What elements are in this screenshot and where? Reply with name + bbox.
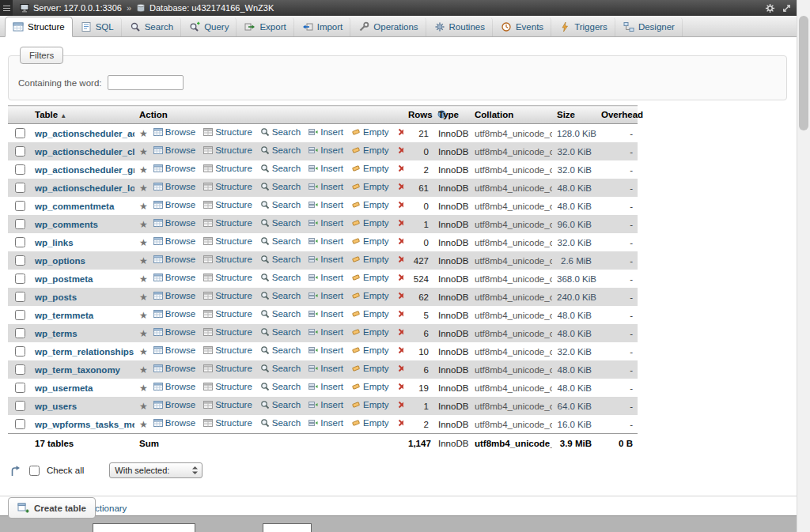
search-link[interactable]: Search [260, 236, 301, 246]
table-name-link[interactable]: wp_actionscheduler_groups [35, 165, 134, 175]
search-link[interactable]: Search [260, 218, 301, 228]
drop-link[interactable]: Drop [397, 127, 403, 137]
header-type[interactable]: Type [433, 106, 470, 124]
drop-link[interactable]: Drop [397, 345, 403, 355]
drop-link[interactable]: Drop [397, 145, 403, 155]
row-checkbox[interactable] [15, 128, 25, 138]
drop-link[interactable]: Drop [397, 218, 403, 228]
insert-link[interactable]: Insert [308, 218, 343, 228]
favorite-star-icon[interactable]: ★ [139, 219, 148, 230]
drop-link[interactable]: Drop [397, 255, 403, 264]
search-link[interactable]: Search [260, 382, 301, 391]
browse-link[interactable]: Browse [153, 291, 195, 300]
tab-import[interactable]: Import [294, 17, 351, 36]
insert-link[interactable]: Insert [308, 400, 343, 409]
structure-link[interactable]: Structure [203, 200, 252, 209]
favorite-star-icon[interactable]: ★ [139, 146, 148, 157]
drop-link[interactable]: Drop [397, 182, 403, 191]
browse-link[interactable]: Browse [153, 418, 195, 428]
drop-link[interactable]: Drop [397, 164, 403, 173]
row-checkbox[interactable] [15, 364, 25, 375]
empty-link[interactable]: Empty [351, 255, 389, 264]
drop-link[interactable]: Drop [397, 273, 403, 282]
browse-link[interactable]: Browse [153, 200, 195, 209]
table-name-link[interactable]: wp_termmeta [35, 311, 93, 320]
structure-link[interactable]: Structure [203, 273, 252, 282]
insert-link[interactable]: Insert [308, 145, 343, 155]
search-link[interactable]: Search [260, 255, 301, 264]
table-name-link[interactable]: wp_actionscheduler_actions [35, 129, 134, 138]
empty-link[interactable]: Empty [351, 400, 389, 409]
tab-search[interactable]: Search [122, 17, 181, 36]
header-collation[interactable]: Collation [470, 106, 552, 124]
insert-link[interactable]: Insert [308, 418, 343, 428]
empty-link[interactable]: Empty [351, 327, 389, 337]
browse-link[interactable]: Browse [153, 218, 195, 228]
row-checkbox[interactable] [15, 255, 25, 266]
search-link[interactable]: Search [260, 164, 301, 173]
favorite-star-icon[interactable]: ★ [139, 328, 148, 339]
insert-link[interactable]: Insert [308, 291, 343, 300]
search-link[interactable]: Search [260, 345, 301, 355]
search-link[interactable]: Search [260, 364, 301, 373]
empty-link[interactable]: Empty [351, 145, 389, 155]
empty-link[interactable]: Empty [351, 218, 389, 228]
empty-link[interactable]: Empty [351, 345, 389, 355]
structure-link[interactable]: Structure [203, 345, 252, 355]
table-name-link[interactable]: wp_actionscheduler_logs [35, 183, 134, 193]
settings-gear-icon[interactable] [765, 3, 775, 13]
row-checkbox[interactable] [15, 419, 25, 429]
tab-events[interactable]: Events [493, 17, 551, 36]
menu-icon[interactable] [0, 0, 13, 16]
row-checkbox[interactable] [15, 401, 25, 411]
structure-link[interactable]: Structure [203, 364, 252, 373]
favorite-star-icon[interactable]: ★ [139, 419, 148, 430]
favorite-star-icon[interactable]: ★ [139, 183, 148, 194]
favorite-star-icon[interactable]: ★ [139, 383, 148, 394]
tab-export[interactable]: Export [237, 17, 293, 36]
header-overhead[interactable]: Overhead [596, 106, 638, 124]
insert-link[interactable]: Insert [308, 364, 343, 373]
search-link[interactable]: Search [260, 182, 301, 191]
table-name-link[interactable]: wp_options [35, 256, 85, 266]
server-breadcrumb[interactable]: Server: 127.0.0.1:3306 [33, 3, 122, 13]
structure-link[interactable]: Structure [203, 236, 252, 246]
drop-link[interactable]: Drop [397, 400, 403, 409]
structure-link[interactable]: Structure [203, 182, 252, 191]
empty-link[interactable]: Empty [351, 382, 389, 391]
row-checkbox[interactable] [15, 237, 25, 247]
browse-link[interactable]: Browse [153, 145, 195, 155]
empty-link[interactable]: Empty [351, 182, 389, 191]
row-checkbox[interactable] [15, 146, 25, 157]
drop-link[interactable]: Drop [397, 236, 403, 246]
insert-link[interactable]: Insert [308, 345, 343, 355]
table-name-link[interactable]: wp_terms [35, 329, 78, 338]
row-checkbox[interactable] [15, 292, 25, 302]
insert-link[interactable]: Insert [308, 236, 343, 246]
tab-routines[interactable]: Routines [426, 17, 493, 36]
favorite-star-icon[interactable]: ★ [139, 255, 148, 266]
browse-link[interactable]: Browse [153, 273, 195, 282]
insert-link[interactable]: Insert [308, 255, 343, 264]
tab-query[interactable]: Query [181, 17, 237, 36]
browse-link[interactable]: Browse [153, 182, 195, 191]
favorite-star-icon[interactable]: ★ [139, 364, 148, 375]
browse-link[interactable]: Browse [153, 400, 195, 409]
table-name-link[interactable]: wp_posts [35, 292, 77, 302]
row-checkbox[interactable] [15, 274, 25, 284]
browse-link[interactable]: Browse [153, 309, 195, 319]
row-checkbox[interactable] [15, 164, 25, 175]
structure-link[interactable]: Structure [203, 127, 252, 137]
favorite-star-icon[interactable]: ★ [139, 237, 148, 248]
table-name-link[interactable]: wp_term_taxonomy [35, 365, 120, 375]
browse-link[interactable]: Browse [153, 327, 195, 337]
favorite-star-icon[interactable]: ★ [139, 346, 148, 357]
insert-link[interactable]: Insert [308, 382, 343, 391]
columns-count-input[interactable] [263, 523, 312, 532]
empty-link[interactable]: Empty [351, 418, 389, 428]
empty-link[interactable]: Empty [351, 291, 389, 300]
row-checkbox[interactable] [15, 328, 25, 338]
structure-link[interactable]: Structure [203, 418, 252, 428]
empty-link[interactable]: Empty [351, 200, 389, 209]
search-link[interactable]: Search [260, 400, 301, 409]
